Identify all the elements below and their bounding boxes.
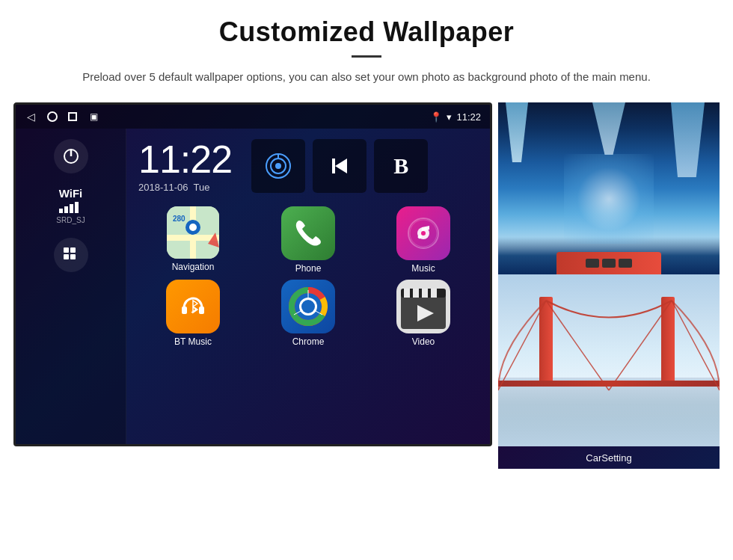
status-bar: ◁ ▣ 📍 ▾ 11:22	[16, 105, 490, 129]
wallpaper-bridge-container: CarSetting	[498, 274, 720, 469]
svg-line-43	[498, 301, 546, 390]
phone-icon	[281, 206, 335, 260]
svg-line-46	[609, 301, 672, 390]
main-content: 11:22 2018-11-06 Tue	[126, 129, 490, 444]
app-grid: 280 Navigation	[126, 200, 490, 353]
svg-rect-9	[70, 254, 76, 259]
video-icon	[396, 280, 450, 333]
letter-b-widget: B	[374, 139, 428, 193]
signal-widget	[251, 139, 305, 193]
sidebar: WiFi SRD_SJ	[16, 129, 126, 444]
device-area: ◁ ▣ 📍 ▾ 11:22	[0, 96, 733, 469]
svg-rect-27	[182, 307, 187, 314]
chrome-icon	[281, 280, 335, 333]
recents-nav-icon[interactable]	[68, 112, 77, 121]
svg-rect-8	[64, 254, 69, 259]
app-item-chrome[interactable]: Chrome	[254, 280, 363, 347]
car-setting-label: CarSetting	[498, 446, 720, 469]
svg-rect-39	[413, 289, 419, 298]
btmusic-icon	[166, 280, 220, 333]
svg-point-20	[189, 224, 197, 231]
screenshot-icon: ▣	[88, 111, 99, 123]
status-left: ◁ ▣	[25, 111, 99, 123]
svg-rect-7	[70, 247, 76, 253]
svg-rect-6	[64, 247, 69, 253]
wifi-status-icon: ▾	[447, 111, 452, 123]
page-title: Customized Wallpaper	[45, 16, 688, 48]
wifi-signal-bars	[56, 201, 85, 215]
svg-rect-4	[70, 204, 73, 213]
wallpaper-thumbnails: CarSetting	[498, 102, 720, 469]
page-subtitle: Preload over 5 default wallpaper options…	[45, 68, 688, 86]
clock-widgets: B	[251, 139, 428, 193]
btmusic-label: BT Music	[174, 336, 212, 347]
clock-display: 11:22 2018-11-06 Tue	[138, 140, 232, 193]
svg-point-32	[301, 300, 315, 313]
phone-label: Phone	[295, 263, 322, 274]
wallpaper-bridge[interactable]	[498, 274, 720, 446]
prev-track-widget[interactable]	[313, 139, 366, 193]
music-icon	[396, 206, 450, 260]
location-icon: 📍	[430, 111, 442, 123]
svg-rect-5	[75, 202, 79, 213]
svg-rect-15	[332, 159, 335, 173]
navigation-label: Navigation	[172, 262, 215, 272]
wifi-info: WiFi SRD_SJ	[56, 187, 85, 224]
screen-body: WiFi SRD_SJ	[16, 129, 490, 444]
svg-rect-28	[199, 307, 204, 314]
wifi-label: WiFi	[56, 187, 85, 200]
svg-rect-2	[59, 209, 63, 213]
clock-section: 11:22 2018-11-06 Tue	[126, 129, 490, 200]
tablet-screen: ◁ ▣ 📍 ▾ 11:22	[13, 102, 492, 446]
chrome-label: Chrome	[292, 336, 325, 347]
app-item-navigation[interactable]: 280 Navigation	[138, 206, 248, 274]
svg-rect-41	[431, 289, 437, 298]
status-time: 11:22	[456, 111, 481, 123]
apps-grid-button[interactable]	[54, 238, 88, 272]
wifi-ssid: SRD_SJ	[56, 216, 85, 224]
svg-point-25	[421, 231, 426, 236]
svg-text:280: 280	[173, 215, 185, 223]
title-divider	[352, 55, 381, 58]
page-header: Customized Wallpaper Preload over 5 defa…	[0, 0, 733, 96]
svg-line-45	[672, 301, 720, 390]
app-item-btmusic[interactable]: BT Music	[138, 280, 248, 347]
clock-time: 11:22	[138, 140, 232, 179]
app-item-music[interactable]: Music	[369, 206, 478, 274]
app-item-video[interactable]: Video	[369, 280, 478, 347]
clock-date: 2018-11-06 Tue	[138, 182, 232, 193]
home-nav-icon[interactable]	[47, 111, 58, 122]
svg-marker-14	[335, 159, 347, 173]
app-item-phone[interactable]: Phone	[254, 206, 363, 274]
svg-line-44	[546, 301, 609, 390]
music-label: Music	[411, 263, 435, 274]
svg-rect-40	[422, 289, 428, 298]
navigation-icon: 280	[167, 206, 219, 259]
video-label: Video	[412, 336, 435, 347]
status-right: 📍 ▾ 11:22	[430, 111, 481, 123]
power-button[interactable]	[54, 139, 88, 173]
svg-rect-38	[404, 289, 410, 298]
svg-point-12	[275, 163, 281, 169]
wallpaper-ice-cave[interactable]	[498, 102, 720, 274]
back-nav-icon[interactable]: ◁	[25, 111, 37, 123]
svg-rect-3	[64, 206, 68, 213]
